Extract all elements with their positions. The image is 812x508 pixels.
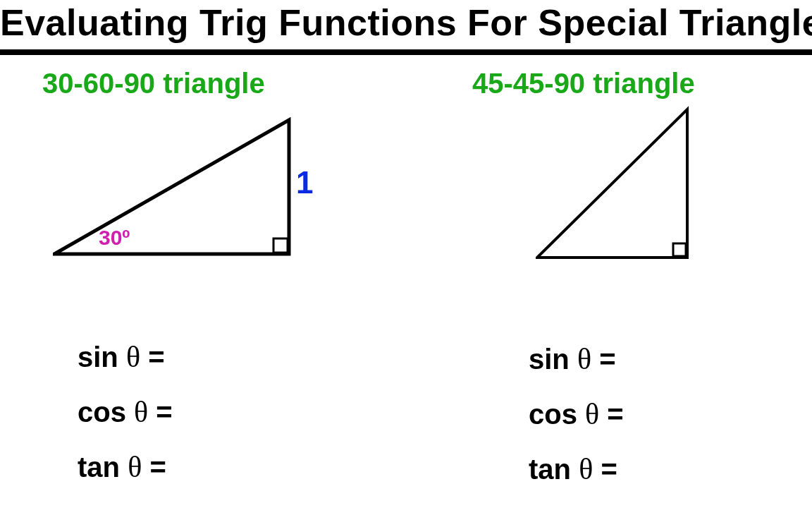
eq-tan-left: tan θ = [78,452,173,482]
slide: Evaluating Trig Functions For Special Tr… [0,0,812,508]
equals: = [148,341,164,373]
theta: θ [577,343,591,375]
eq-tan-right: tan θ = [529,454,624,484]
theta: θ [585,398,599,430]
cos-label: cos [78,397,126,428]
eq-cos-right: cos θ = [529,399,624,429]
triangle-45-45-90 [536,106,705,272]
eq-sin-right: sin θ = [529,344,624,374]
sin-label: sin [78,341,118,373]
equals: = [601,454,617,485]
triangle-svg-left [53,116,307,272]
cos-label: cos [529,399,577,430]
triangle-30-60-90 [53,116,307,272]
equals: = [607,399,623,430]
angle-label-30: 30º [99,226,130,250]
title-underline [0,49,812,55]
page-title: Evaluating Trig Functions For Special Tr… [0,1,812,44]
svg-marker-2 [537,109,687,258]
heading-30-60-90: 30-60-90 triangle [42,68,265,99]
eq-cos-left: cos θ = [78,397,173,427]
tan-label: tan [78,452,120,483]
equals: = [599,344,615,375]
theta: θ [134,396,148,428]
theta: θ [128,451,142,483]
equals: = [156,397,172,428]
side-label-1: 1 [296,165,313,200]
eq-sin-left: sin θ = [78,342,173,372]
equations-right: sin θ = cos θ = tan θ = [529,344,624,508]
svg-rect-1 [273,238,288,253]
triangle-svg-right [536,106,705,272]
svg-rect-3 [673,243,686,256]
equations-left: sin θ = cos θ = tan θ = [78,342,173,507]
heading-45-45-90: 45-45-90 triangle [472,68,695,99]
sin-label: sin [529,344,570,375]
tan-label: tan [529,454,571,485]
equals: = [149,452,166,483]
theta: θ [126,341,140,373]
svg-marker-0 [54,120,289,254]
theta: θ [579,453,593,485]
